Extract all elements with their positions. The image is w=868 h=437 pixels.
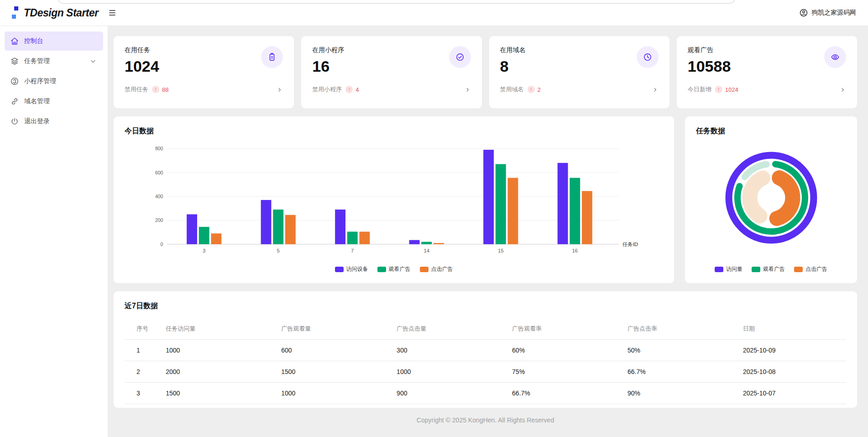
task-data-card: 任务数据 访问量观看广告点击广告 xyxy=(685,116,857,283)
table-cell: 90% xyxy=(624,383,739,404)
pie-chart-title: 任务数据 xyxy=(696,126,725,136)
arrow-up-icon: ↑ xyxy=(715,86,722,93)
stat-title: 在用任务 xyxy=(125,46,283,54)
stat-value: 10588 xyxy=(688,58,846,75)
sidebar-item-label: 控制台 xyxy=(24,37,43,45)
legend-swatch xyxy=(715,267,723,272)
sidebar-item-label: 域名管理 xyxy=(24,97,50,105)
table-col-header: 日期 xyxy=(739,318,846,340)
svg-text:任务ID: 任务ID xyxy=(622,242,638,247)
table-cell: 1000 xyxy=(162,340,277,361)
menu-collapse-icon[interactable] xyxy=(108,8,117,17)
donut-chart-canvas[interactable] xyxy=(722,149,820,247)
table-cell: 1 xyxy=(125,340,162,361)
stat-card-3: 在用域名8禁用域名↑2 xyxy=(489,36,669,108)
svg-text:7: 7 xyxy=(351,248,354,253)
table-cell: 900 xyxy=(393,383,508,404)
sidebar-item-tasks[interactable]: 任务管理 xyxy=(5,52,103,71)
stat-card-2: 在用小程序16禁用小程序↑4 xyxy=(301,36,481,108)
svg-text:400: 400 xyxy=(155,194,163,199)
legend-label: 观看广告 xyxy=(389,265,411,273)
legend-swatch xyxy=(794,267,803,272)
legend-item[interactable]: 点击广告 xyxy=(420,265,453,273)
arrow-up-icon: ↑ xyxy=(345,86,353,93)
legend-label: 点击广告 xyxy=(431,265,453,273)
today-data-card: 今日数据 0200400600800357141516任务ID 访问设备观看广告… xyxy=(114,116,674,283)
legend-item[interactable]: 观看广告 xyxy=(377,265,411,273)
stat-sub-value: 4 xyxy=(356,86,359,93)
stat-sub-value: 1024 xyxy=(725,86,738,93)
sidebar-item-label: 小程序管理 xyxy=(24,77,56,85)
app-logo[interactable]: TDesign Starter xyxy=(12,6,99,19)
layers-icon xyxy=(10,57,19,66)
legend-item[interactable]: 观看广告 xyxy=(752,265,785,273)
sidebar-item-miniprogram[interactable]: 小程序管理 xyxy=(5,72,103,91)
legend-item[interactable]: 访问设备 xyxy=(335,265,368,273)
week-data-card: 近7日数据 序号任务访问量广告观看量广告点击量广告观看率广告点击率日期 1100… xyxy=(114,291,857,408)
eye-icon xyxy=(824,46,846,68)
user-name: 狗凯之家源码网 xyxy=(811,9,856,17)
svg-text:600: 600 xyxy=(155,170,163,175)
table-cell: 3 xyxy=(125,383,162,404)
table-cell: 75% xyxy=(508,361,624,383)
svg-text:800: 800 xyxy=(155,146,163,151)
main-content: 在用任务1024禁用任务↑88在用小程序16禁用小程序↑4在用域名8禁用域名↑2… xyxy=(108,26,868,437)
table-cell: 2025-10-07 xyxy=(739,383,846,404)
legend-label: 访问设备 xyxy=(346,265,368,273)
chevron-right-icon[interactable] xyxy=(839,86,846,93)
svg-text:14: 14 xyxy=(424,248,429,253)
sidebar-item-dashboard[interactable]: 控制台 xyxy=(5,32,103,51)
table-cell: 2 xyxy=(125,361,162,383)
table-cell: 66.7% xyxy=(508,383,624,404)
table-row: 220001500100075%66.7%2025-10-08 xyxy=(125,361,846,383)
logo-text: TDesign Starter xyxy=(24,7,99,19)
sidebar-item-label: 退出登录 xyxy=(24,117,50,126)
table-cell: 2025-10-09 xyxy=(739,340,846,361)
table-cell: 300 xyxy=(393,340,508,361)
arrow-up-icon: ↑ xyxy=(152,86,159,93)
sidebar-item-domains[interactable]: 域名管理 xyxy=(5,92,103,111)
stat-title: 在用小程序 xyxy=(312,46,471,54)
stat-title: 在用域名 xyxy=(500,46,659,54)
stat-value: 1024 xyxy=(125,58,283,75)
chevron-right-icon[interactable] xyxy=(652,86,659,93)
table-row: 31500100090066.7%90%2025-10-07 xyxy=(125,383,846,404)
donut-chart-legend: 访问量观看广告点击广告 xyxy=(715,265,827,273)
table-cell: 1000 xyxy=(277,383,393,404)
stat-sub-value: 88 xyxy=(162,86,168,93)
bar-chart-canvas[interactable]: 0200400600800357141516任务ID xyxy=(125,142,663,261)
clock-icon xyxy=(637,46,659,68)
copyright-footer: Copyright © 2025 KongHen. All Rights Res… xyxy=(114,408,857,432)
check-circle-icon xyxy=(449,46,471,68)
table-col-header: 序号 xyxy=(125,318,162,340)
stat-title: 观看广告 xyxy=(688,46,846,54)
sidebar-item-logout[interactable]: 退出登录 xyxy=(5,112,103,131)
legend-label: 访问量 xyxy=(726,265,743,273)
table-cell: 2025-10-08 xyxy=(739,361,846,383)
legend-swatch xyxy=(752,267,760,272)
logo-mark-icon xyxy=(12,6,18,19)
user-menu[interactable]: 狗凯之家源码网 xyxy=(799,8,856,17)
table-header-row: 序号任务访问量广告观看量广告点击量广告观看率广告点击率日期 xyxy=(125,318,846,340)
chevron-right-icon[interactable] xyxy=(276,86,283,93)
stat-sub-label: 禁用域名 xyxy=(500,85,524,94)
browser-chrome-artifact xyxy=(58,0,735,4)
table-cell: 50% xyxy=(624,340,739,361)
table-cell: 600 xyxy=(277,340,393,361)
chevron-right-icon[interactable] xyxy=(464,86,471,93)
legend-item[interactable]: 访问量 xyxy=(715,265,743,273)
table-col-header: 广告观看量 xyxy=(277,318,393,340)
legend-item[interactable]: 点击广告 xyxy=(794,265,827,273)
table-row: 1100060030060%50%2025-10-09 xyxy=(125,340,846,361)
table-col-header: 任务访问量 xyxy=(162,318,277,340)
legend-label: 点击广告 xyxy=(805,265,827,273)
table-title: 近7日数据 xyxy=(125,301,846,311)
home-icon xyxy=(10,37,19,46)
svg-text:3: 3 xyxy=(203,248,205,253)
table-cell: 1000 xyxy=(393,361,508,383)
stat-card-4: 观看广告10588今日新增↑1024 xyxy=(677,36,857,108)
svg-text:15: 15 xyxy=(498,248,504,253)
svg-text:16: 16 xyxy=(572,248,578,253)
legend-label: 观看广告 xyxy=(763,265,785,273)
table-cell: 1500 xyxy=(277,361,393,383)
